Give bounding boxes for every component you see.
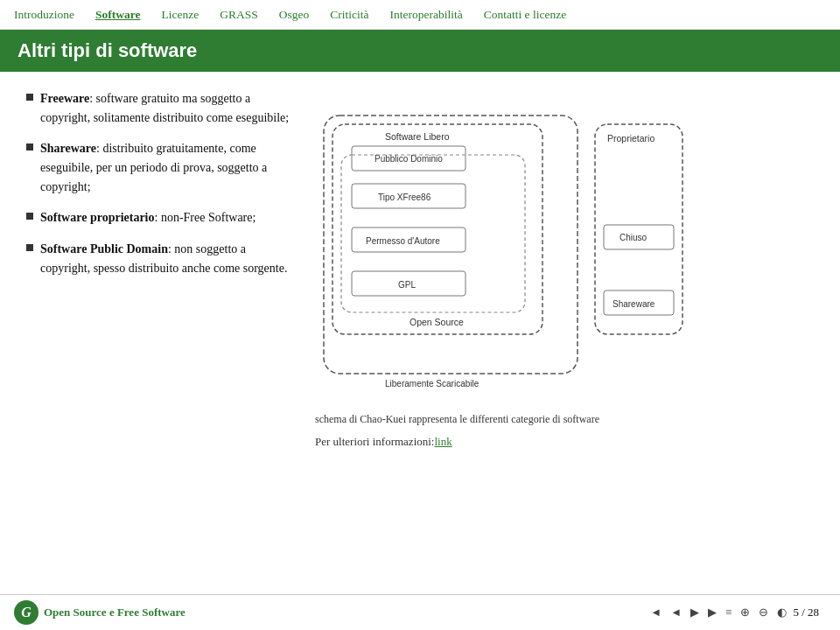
shareware-text: Shareware: distribuito gratuitamente, co… — [40, 139, 298, 196]
diagram-caption: schema di Chao-Kuei rappresenta le diffe… — [315, 413, 599, 426]
navbar: Introduzione Software Licenze GRASS Osge… — [0, 0, 840, 30]
nav-introduzione[interactable]: Introduzione — [14, 8, 74, 22]
svg-rect-5 — [341, 155, 525, 312]
gter-logo: G Open Source e Free Software — [14, 600, 186, 625]
bullet-icon — [26, 94, 33, 101]
diagram-container: Liberamente Scaricabile Software Libero … — [315, 89, 814, 408]
permesso-label: Permesso d'Autore — [366, 236, 440, 246]
list-item-shareware: Shareware: distribuito gratuitamente, co… — [26, 139, 298, 196]
left-column: Freeware: software gratuito ma soggetto … — [26, 89, 298, 594]
tipo-xfree-label: Tipo XFree86 — [378, 192, 431, 202]
freeware-text: Freeware: software gratuito ma soggetto … — [40, 89, 298, 127]
page-title: Altri tipi di software — [18, 39, 197, 62]
nav-interoperabilita[interactable]: Interoperabilità — [389, 8, 462, 22]
page-indicator: 5 / 28 — [793, 606, 819, 620]
liberamente-label: Liberamente Scaricabile — [385, 379, 480, 388]
bullet-icon — [26, 244, 33, 251]
nav-first-button[interactable]: ◄ — [648, 606, 664, 620]
right-column: Liberamente Scaricabile Software Libero … — [315, 89, 814, 594]
list-item-proprietario: Software proprietario: non-Free Software… — [26, 208, 298, 228]
bullet-icon — [26, 213, 33, 220]
nav-contatti[interactable]: Contatti e licenze — [484, 8, 566, 22]
nav-settings-button[interactable]: ◐ — [774, 606, 789, 620]
nav-search-button[interactable]: ⊕ — [738, 606, 752, 620]
nav-software[interactable]: Software — [95, 8, 141, 22]
bottom-bar: G Open Source e Free Software ◄ ◄ ▶ ▶ ≡ … — [0, 594, 840, 630]
list-item-public-domain: Software Public Domain: non soggetto a c… — [26, 240, 298, 277]
further-info-link[interactable]: link — [434, 435, 452, 448]
nav-grass[interactable]: GRASS — [220, 8, 258, 22]
proprietario-label: Proprietario — [607, 133, 654, 144]
bottom-nav-controls: ◄ ◄ ▶ ▶ ≡ ⊕ ⊖ ◐ 5 / 28 — [648, 606, 826, 620]
nav-fit-button[interactable]: ≡ — [723, 606, 734, 620]
page-header: Altri tipi di software — [0, 30, 840, 72]
pubblico-dominio-label: Pubblico Dominio — [374, 154, 443, 164]
nav-criticita[interactable]: Criticità — [330, 8, 368, 22]
proprietario-term: Software proprietario — [40, 211, 155, 224]
software-libero-label: Software Libero — [385, 131, 450, 142]
diagram-svg: Liberamente Scaricabile Software Libero … — [315, 89, 691, 404]
shareware-label: Shareware — [612, 299, 655, 309]
nav-zoom-out-button[interactable]: ⊖ — [756, 606, 771, 620]
list-item-freeware: Freeware: software gratuito ma soggetto … — [26, 89, 298, 127]
gter-g-icon: G — [14, 600, 38, 625]
proprietario-desc: : non-Free Software; — [155, 211, 256, 224]
further-info-text: Per ulteriori informazioni: — [315, 435, 434, 448]
nav-prev-button[interactable]: ◄ — [668, 606, 684, 620]
public-domain-term: Software Public Domain — [40, 242, 168, 256]
gpl-label: GPL — [398, 280, 416, 290]
content-body: Freeware: software gratuito ma soggetto … — [26, 89, 814, 594]
nav-licenze[interactable]: Licenze — [161, 8, 199, 22]
nav-osgeo[interactable]: Osgeo — [279, 8, 310, 22]
chiuso-label: Chiuso — [620, 233, 648, 242]
bullet-icon — [26, 144, 33, 150]
bottom-tagline: Open Source e Free Software — [44, 606, 186, 620]
shareware-term: Shareware — [40, 142, 96, 155]
nav-next-button[interactable]: ▶ — [705, 606, 719, 620]
freeware-term: Freeware — [40, 92, 89, 105]
proprietario-text: Software proprietario: non-Free Software… — [40, 208, 256, 228]
public-domain-text: Software Public Domain: non soggetto a c… — [40, 240, 298, 277]
open-source-label: Open Source — [410, 317, 464, 327]
nav-menu-button[interactable]: ▶ — [688, 606, 702, 620]
further-info: Per ulteriori informazioni:link — [315, 435, 452, 449]
main-content: Freeware: software gratuito ma soggetto … — [0, 72, 840, 594]
